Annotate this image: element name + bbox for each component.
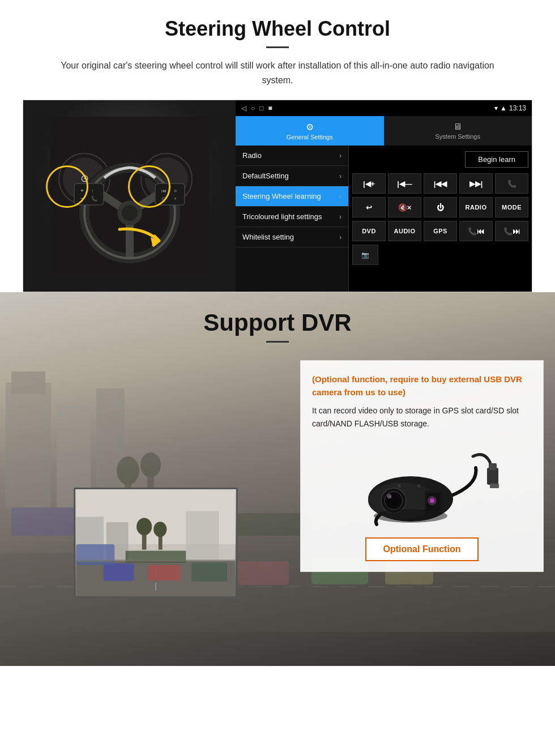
signal-icon: ▲	[500, 104, 507, 112]
control-buttons-row2: ↩ 🔇× ⏻ RADIO MODE	[352, 197, 528, 217]
menu-item-tricoloured[interactable]: Tricoloured light settings ›	[236, 207, 348, 227]
dvr-preview	[74, 488, 238, 598]
ctrl-phone[interactable]: 📞	[495, 173, 528, 194]
steering-screenshot: ⊙ ↑ + − ↑ 📞	[23, 100, 532, 292]
svg-text:📞: 📞	[91, 195, 98, 202]
steering-subtitle: Your original car's steering wheel contr…	[45, 58, 510, 87]
svg-rect-72	[191, 562, 227, 582]
back-icon[interactable]: ◁	[241, 104, 246, 112]
dvr-camera-svg	[337, 439, 507, 527]
svg-rect-44	[490, 484, 499, 488]
wifi-icon: ▾	[494, 104, 498, 112]
ctrl-phone-prev[interactable]: 📞⏮	[459, 221, 493, 241]
chevron-icon: ›	[339, 193, 341, 200]
settings-icon: ⚙	[306, 122, 314, 133]
dvr-camera-image	[312, 438, 532, 529]
svg-point-14	[122, 205, 138, 221]
ctrl-dvd[interactable]: DVD	[352, 221, 386, 241]
svg-rect-37	[238, 561, 289, 585]
android-statusbar: ◁ ○ □ ■ ▾ ▲ 13:13	[236, 100, 532, 116]
dvr-optional-button[interactable]: Optional Function	[365, 537, 479, 561]
svg-point-67	[153, 522, 166, 537]
menu-list: Radio › DefaultSetting › Steering Wheel …	[236, 146, 349, 292]
chevron-icon: ›	[339, 213, 341, 221]
tab-general[interactable]: ⚙ General Settings	[236, 116, 384, 146]
control-buttons-row3: DVD AUDIO GPS 📞⏮ 📞⏭	[352, 221, 528, 241]
status-right: ▾ ▲ 13:13	[494, 104, 526, 112]
status-left: ◁ ○ □ ■	[241, 104, 272, 112]
highlight-circle-right	[128, 165, 170, 208]
svg-point-56	[374, 509, 447, 523]
svg-text:+: +	[174, 196, 177, 202]
ctrl-next[interactable]: ▶▶|	[459, 173, 493, 194]
steering-photo: ⊙ ↑ + − ↑ 📞	[23, 100, 236, 292]
arrow-yellow	[114, 224, 170, 258]
dvr-title: Support DVR	[0, 309, 555, 336]
menu-item-radio[interactable]: Radio ›	[236, 146, 348, 166]
svg-point-65	[136, 518, 152, 536]
ctrl-gps[interactable]: GPS	[424, 221, 457, 241]
ctrl-audio[interactable]: AUDIO	[388, 221, 421, 241]
menu-icon[interactable]: ■	[268, 104, 272, 112]
svg-rect-43	[489, 463, 497, 470]
title-divider	[266, 46, 289, 48]
dvr-description: It can record video only to storage in G…	[312, 404, 532, 430]
svg-rect-42	[487, 468, 498, 485]
svg-point-33	[140, 452, 161, 477]
control-buttons-row1: |◀+ |◀— |◀◀ ▶▶| 📞	[352, 173, 528, 194]
dvr-optional-text: (Optional function, require to buy exter…	[312, 373, 532, 399]
menu-item-defaultsetting-label: DefaultSetting	[242, 172, 289, 180]
chevron-icon: ›	[339, 233, 341, 241]
svg-rect-40	[11, 507, 74, 536]
ctrl-camera[interactable]: 📷	[352, 245, 378, 265]
svg-point-58	[428, 496, 437, 505]
dvr-background: Support DVR (Optional function, require …	[0, 292, 555, 666]
svg-rect-26	[6, 383, 51, 507]
tab-system-label: System Settings	[436, 133, 480, 140]
svg-rect-75	[76, 559, 235, 562]
menu-item-tricoloured-label: Tricoloured light settings	[242, 212, 322, 221]
dvr-divider	[266, 341, 289, 343]
highlight-circle-left	[46, 165, 88, 208]
menu-area: Radio › DefaultSetting › Steering Wheel …	[236, 146, 532, 292]
extra-btn-row: 📷	[352, 245, 528, 265]
menu-item-steering[interactable]: Steering Wheel learning ›	[236, 186, 348, 207]
tab-general-label: General Settings	[287, 134, 333, 140]
svg-point-54	[417, 484, 421, 488]
tab-system[interactable]: 🖥 System Settings	[384, 116, 532, 146]
ctrl-vol-up[interactable]: |◀+	[352, 173, 386, 194]
chevron-icon: ›	[339, 152, 341, 160]
dvr-preview-svg	[75, 489, 236, 596]
begin-learn-row: Begin learn	[352, 149, 528, 170]
home-icon[interactable]: ○	[251, 104, 255, 112]
svg-text:≡: ≡	[174, 188, 177, 194]
ctrl-hangup[interactable]: ↩	[352, 197, 386, 217]
svg-point-31	[117, 456, 139, 485]
svg-point-53	[398, 484, 401, 488]
dvr-section: Support DVR (Optional function, require …	[0, 292, 555, 666]
svg-rect-27	[11, 371, 45, 394]
menu-item-whitelist-label: Whitelist setting	[242, 233, 294, 241]
steering-title: Steering Wheel Control	[23, 17, 532, 41]
android-tabs: ⚙ General Settings 🖥 System Settings	[236, 116, 532, 146]
recents-icon[interactable]: □	[259, 104, 263, 112]
menu-item-whitelist[interactable]: Whitelist setting ›	[236, 227, 348, 247]
steering-section: Steering Wheel Control Your original car…	[0, 0, 555, 292]
ctrl-radio[interactable]: RADIO	[459, 197, 493, 217]
ctrl-mode[interactable]: MODE	[495, 197, 528, 217]
ctrl-mute[interactable]: 🔇×	[388, 197, 421, 217]
menu-item-steering-label: Steering Wheel learning	[242, 192, 321, 200]
status-time: 13:13	[509, 104, 526, 112]
ctrl-vol-down[interactable]: |◀—	[388, 173, 421, 194]
svg-rect-71	[147, 565, 180, 580]
svg-text:↑: ↑	[91, 188, 94, 194]
ctrl-prev[interactable]: |◀◀	[424, 173, 457, 194]
svg-rect-70	[104, 563, 134, 581]
system-icon: 🖥	[453, 122, 462, 132]
begin-learn-button[interactable]: Begin learn	[465, 151, 528, 168]
ctrl-power[interactable]: ⏻	[424, 197, 457, 217]
ctrl-phone-next[interactable]: 📞⏭	[495, 221, 528, 241]
menu-item-defaultsetting[interactable]: DefaultSetting ›	[236, 166, 348, 186]
svg-point-55	[387, 494, 391, 498]
dvr-info-card: (Optional function, require to buy exter…	[300, 360, 544, 572]
